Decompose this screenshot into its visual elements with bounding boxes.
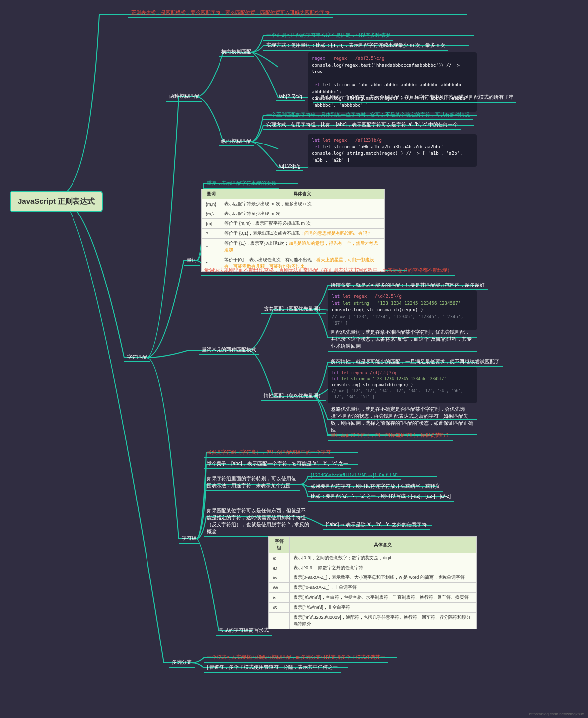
node-multi-branch: 多选分支	[169, 658, 195, 668]
quant-table: 量词具体含义 {m,n}表示匹配字符最少出现 m 次，最多出现 n 次 {m,}…	[201, 189, 385, 272]
branch-note2: | 管道符，多个子模式使用管道符 | 分隔，表示其中任何之一	[204, 663, 341, 673]
v-note1: 一个正则匹配的字符串，具体到某一位字符时，它可以不是某个确定的字符，可以有多种情…	[263, 110, 473, 120]
node-two-modes: 量词常见的两种匹配模式	[199, 345, 259, 355]
node-vertical: 纵向模糊匹配	[219, 137, 254, 146]
code-block-2: let let regex = /a[123]b/g let let strin…	[308, 134, 477, 167]
chgrp-range-ex: [123456abcdefHIJKLMN] ⇒ [1-6a-fH-N]	[308, 472, 401, 480]
branch-note1: 一个模式可以实现横向和纵向模糊匹配，而多选分支可以支持多个子模式任选其一	[204, 653, 388, 663]
h-code: /ab{2,5}c/g	[276, 93, 305, 101]
top-note: 正则表达式：是匹配模式，要么匹配字符，要么匹配位置；匹配位置可以理解为匹配空字符	[128, 8, 333, 18]
shorthand-table: 字符组具体含义 \d表示[0-9]，之间的任意数字；数字的英文是，digit \…	[268, 536, 477, 629]
node-two-fuzzy: 两种模糊匹配	[166, 92, 202, 102]
chgrp-range-note3: 比如：要匹配 'a'、'-'、'z' 之一，则可以写成：[-az]、[az-]、…	[308, 492, 454, 502]
h-note1: 一个正则可匹配的字符串长度不是固定，可以有多种情况	[263, 31, 393, 41]
chgrp-neg-ex: [^abc] ⇒ 表示是除 'a'、'b'、'c' 之外的任意字符	[323, 520, 430, 530]
root-node: JavaScript 正则表达式	[10, 191, 103, 212]
node-greedy: 贪婪匹配（匹配优先量词）	[261, 304, 326, 314]
chgrp-note2: 举个栗子：[abc]，表示匹配一个字符，它可能是 'a'、'b'、'c' 之一	[204, 459, 351, 469]
g-note2: 匹配优先量词，就是在拿不准匹配某个字符时，优先尝试匹配，并记录下这个状态，以备将…	[328, 328, 477, 352]
h-note2: 实现方式：使用量词；比如：{m, n}，表示匹配字符连续出现最少 m 次，最多 …	[263, 41, 448, 51]
chgrp-range: 如果字符组里面的字符特别，可以使用范围表示法：用连字符 - 来表示某个范围	[204, 474, 300, 491]
chgrp-neg: 如果匹配某位字符可以是任何东西，但就是不能是指定的字符，这时候需要使用排除字符组…	[204, 506, 313, 537]
quant-note1: 重复，表示匹配字符出现的次数	[204, 179, 279, 189]
v-note2: 实现方式：使用字符组；比如：[abc]，表示匹配字符可以是字符 'a', 'b'…	[263, 120, 461, 130]
chgrp-note1: 虽然是字符组（字符类），但只会匹配该组中的一个字符	[204, 448, 334, 458]
node-shorthand: 常见的字符组简写形式	[216, 626, 272, 636]
code-block-3: let let regex = /\d{2,5}/g let let strin…	[328, 290, 477, 330]
watermark: https://blog.csdn.net/zcmgxh05	[529, 712, 584, 716]
l-note3: 量词后面加个问号，问一问你知足了吗，你很贪婪吗？	[328, 431, 453, 441]
node-horizontal: 横向模糊匹配	[219, 47, 254, 57]
node-quantifier: 量词	[184, 256, 200, 266]
g-note1: 所谓贪婪，就是尽可能多的匹配；只要是其匹配能力范围内，越多越好	[328, 281, 488, 290]
h-code-note: g 是正则的一个修饰符，表示全局匹配；在目标字符串中顺序找到满足匹配模式的所有子…	[313, 93, 516, 103]
node-char-match: 字符匹配	[124, 353, 150, 362]
node-lazy: 惰性匹配（忽略优先量词）	[261, 391, 326, 401]
quant-note2: 量词语法规则里面不能出现空格，否则无法正常匹配（在正则表达式书写过程中，无实际意…	[201, 266, 455, 276]
code-block-1: regex = regex = /ab{2,5}c/g console.log(…	[308, 52, 477, 112]
v-code: /a[123]b/g	[276, 162, 303, 171]
code-block-4: let let regex = /\d{2,5}?/g let let stri…	[328, 367, 477, 403]
chgrp-range-note2: 如果要匹配连字符，则可以将连字符放开头或结尾，或转义	[308, 482, 443, 492]
l-note1: 所谓惰性，就是尽可能少的匹配，一旦满足最低要求，便不再继续尝试匹配了	[328, 358, 503, 367]
node-char-group: 字符组	[179, 534, 200, 544]
